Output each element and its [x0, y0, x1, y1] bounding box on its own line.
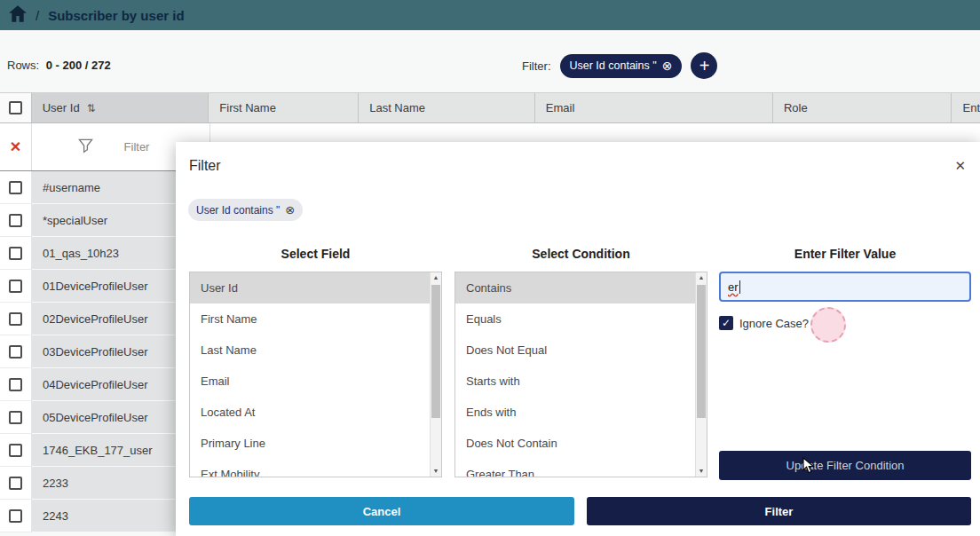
filter-value-input[interactable]: er [719, 272, 971, 302]
row-checkbox[interactable] [9, 444, 22, 457]
ignore-case-row: ✓ Ignore Case? [719, 316, 809, 330]
row-checkbox[interactable] [9, 181, 22, 194]
funnel-icon [78, 138, 93, 157]
enter-filter-value-header: Enter Filter Value [719, 247, 971, 261]
condition-list: ContainsEqualsDoes Not EqualStarts withE… [454, 272, 707, 477]
screen: / Subscriber by user id Rows: 0 - 200 / … [0, 0, 980, 536]
row-checkbox-cell [0, 500, 32, 532]
filter-label: Filter: [522, 59, 551, 73]
modal-filter-chip-label: User Id contains " [196, 204, 280, 217]
row-checkbox-cell [0, 204, 32, 237]
row-checkbox[interactable] [9, 312, 22, 326]
row-checkbox-cell [0, 303, 32, 335]
modal-title: Filter [189, 158, 221, 174]
column-header-email[interactable]: Email [535, 93, 773, 122]
sort-icon[interactable]: ⇅ [87, 102, 96, 114]
clear-filter-cell: ✕ [0, 123, 32, 170]
row-checkbox[interactable] [9, 214, 22, 227]
select-all-cell [0, 93, 32, 122]
select-condition-header: Select Condition [454, 247, 707, 261]
row-checkbox[interactable] [9, 247, 22, 260]
scroll-down-icon[interactable]: ▼ [431, 466, 441, 477]
select-field-header: Select Field [189, 247, 442, 261]
row-checkbox-cell [0, 171, 32, 204]
condition-list-item[interactable]: Ends with [455, 397, 695, 428]
column-header-user-id[interactable]: User Id ⇅ [32, 93, 209, 122]
column-header-last-name[interactable]: Last Name [359, 93, 535, 122]
scroll-up-icon[interactable]: ▲ [696, 272, 707, 283]
top-bar: / Subscriber by user id [0, 0, 980, 30]
row-checkbox[interactable] [9, 411, 22, 424]
condition-list-item[interactable]: Does Not Contain [455, 428, 695, 459]
clear-filter-icon[interactable]: ✕ [10, 138, 21, 155]
condition-list-scrollbar[interactable]: ▲ ▼ [695, 272, 707, 477]
update-filter-condition-button[interactable]: Update Filter Condition [719, 451, 971, 480]
scroll-thumb[interactable] [697, 285, 706, 418]
filter-button[interactable]: Filter [587, 497, 971, 525]
home-icon[interactable] [9, 5, 27, 26]
add-filter-button[interactable]: + [691, 52, 717, 79]
active-filter-chip[interactable]: User Id contains " ⊗ [560, 54, 683, 78]
modal-chip-remove-icon[interactable]: ⊗ [285, 203, 295, 217]
condition-list-item[interactable]: Equals [455, 303, 695, 335]
table-header: User Id ⇅ First Name Last Name Email Rol… [0, 92, 980, 123]
row-checkbox[interactable] [9, 477, 22, 490]
row-checkbox-cell [0, 237, 32, 270]
field-list-item[interactable]: User Id [190, 272, 430, 303]
rows-value: 0 - 200 / 272 [46, 59, 111, 72]
breadcrumb-separator: / [36, 8, 39, 23]
condition-list-item[interactable]: Greater Than [455, 459, 695, 477]
column-header-ent[interactable]: Ent [952, 93, 980, 122]
row-checkbox-cell [0, 401, 32, 434]
filter-modal: Filter ✕ User Id contains " ⊗ Select Fie… [176, 142, 980, 536]
scroll-down-icon[interactable]: ▼ [696, 466, 707, 477]
row-checkbox-cell [0, 270, 32, 303]
condition-list-item[interactable]: Starts with [455, 366, 695, 397]
select-all-checkbox[interactable] [9, 101, 22, 114]
filter-input[interactable]: Filter [124, 140, 150, 154]
scroll-thumb[interactable] [431, 285, 440, 418]
page-title: Subscriber by user id [48, 8, 184, 23]
field-list-item[interactable]: Primary Line [190, 428, 430, 459]
row-checkbox[interactable] [9, 280, 22, 293]
row-checkbox-cell [0, 434, 32, 467]
row-checkbox[interactable] [9, 378, 22, 391]
scroll-up-icon[interactable]: ▲ [431, 272, 441, 283]
check-icon: ✓ [722, 317, 731, 329]
field-list-scrollbar[interactable]: ▲ ▼ [430, 272, 441, 477]
field-list-item[interactable]: Last Name [190, 335, 430, 366]
active-filter-chip-label: User Id contains " [570, 59, 657, 72]
row-checkbox-cell [0, 368, 32, 401]
ignore-case-checkbox[interactable]: ✓ [719, 316, 733, 330]
field-list-item[interactable]: First Name [190, 303, 430, 335]
column-header-user-id-label: User Id [43, 101, 80, 114]
row-checkbox-cell [0, 335, 32, 368]
row-checkbox-cell [0, 467, 32, 500]
modal-filter-chip[interactable]: User Id contains " ⊗ [188, 199, 303, 221]
column-header-role[interactable]: Role [773, 93, 952, 122]
close-icon[interactable]: ✕ [954, 158, 966, 174]
condition-list-item[interactable]: Does Not Equal [455, 335, 695, 366]
click-indicator [810, 307, 846, 343]
rows-info: Rows: 0 - 200 / 272 [7, 59, 111, 72]
ignore-case-label: Ignore Case? [739, 317, 809, 330]
row-checkbox[interactable] [9, 345, 22, 359]
column-header-first-name[interactable]: First Name [209, 93, 359, 122]
filter-value-text: er [728, 280, 739, 294]
condition-list-item[interactable]: Contains [455, 272, 695, 303]
row-checkbox[interactable] [9, 509, 22, 523]
mouse-cursor-icon [802, 457, 816, 477]
field-list-item[interactable]: Email [190, 366, 430, 397]
rows-label: Rows: [7, 59, 39, 72]
field-list-item[interactable]: Ext Mobility [190, 459, 430, 477]
remove-filter-icon[interactable]: ⊗ [662, 59, 673, 72]
cancel-button[interactable]: Cancel [189, 497, 574, 525]
filter-area: Filter: User Id contains " ⊗ + [522, 52, 717, 79]
text-caret [739, 280, 740, 294]
field-list: User IdFirst NameLast NameEmailLocated A… [189, 272, 442, 477]
field-list-item[interactable]: Located At [190, 397, 430, 428]
